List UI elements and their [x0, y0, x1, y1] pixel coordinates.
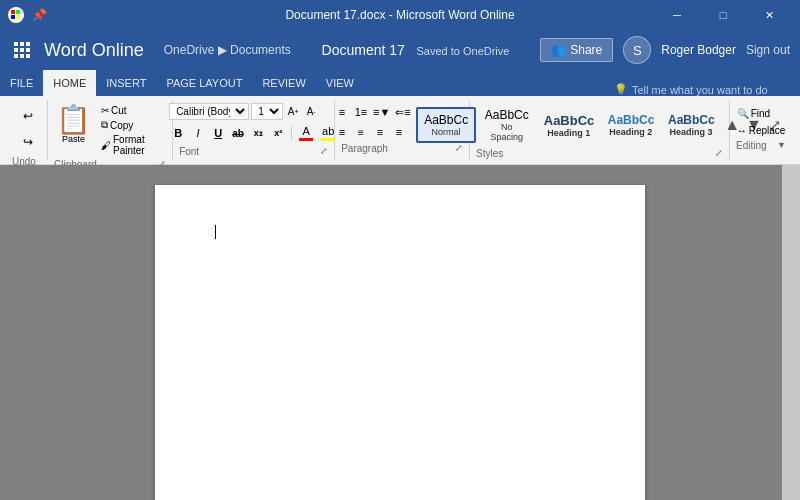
- window-title: Document 17.docx - Microsoft Word Online: [285, 8, 514, 22]
- undo-button[interactable]: ↩: [16, 104, 40, 128]
- text-cursor: [215, 225, 216, 239]
- grow-font-button[interactable]: A+: [285, 104, 301, 120]
- copy-icon: ⧉: [101, 119, 108, 131]
- format-painter-button[interactable]: 🖌 Format Painter: [99, 133, 166, 157]
- windows-icon: [8, 7, 24, 23]
- styles-swatches: AaBbCc Normal AaBbCc No Spacing AaBbCc H…: [416, 100, 783, 146]
- breadcrumb-separator: ▶: [214, 43, 230, 57]
- lightbulb-icon: 💡: [614, 83, 628, 96]
- app-icon-pin: 📌: [32, 8, 47, 22]
- multilevel-list-button[interactable]: ≡▼: [371, 103, 392, 121]
- waffle-icon[interactable]: [10, 38, 34, 62]
- document-scroll-area[interactable]: [0, 165, 800, 500]
- styles-expand-btn[interactable]: ⤢: [715, 148, 723, 158]
- right-margin-bar: 1: [782, 165, 800, 500]
- copy-label: Copy: [110, 120, 133, 131]
- breadcrumb-folder[interactable]: Documents: [230, 43, 291, 57]
- style-normal[interactable]: AaBbCc Normal: [416, 107, 476, 143]
- tell-me: 💡: [614, 83, 792, 96]
- style-normal-label: Normal: [424, 127, 468, 137]
- tell-me-input[interactable]: [632, 84, 792, 96]
- doc-title: Document 17: [322, 42, 405, 58]
- app-header: Word Online OneDrive ▶ Documents Documen…: [0, 30, 800, 70]
- style-normal-preview: AaBbCc: [424, 113, 468, 127]
- share-button[interactable]: 👥 Share: [540, 38, 613, 62]
- align-center-button[interactable]: ≡: [352, 123, 370, 141]
- cut-button[interactable]: ✂ Cut: [99, 104, 166, 117]
- svg-rect-3: [16, 15, 20, 19]
- bullets-button[interactable]: ≡: [333, 103, 351, 121]
- underline-button[interactable]: U: [209, 124, 227, 142]
- find-button[interactable]: 🔍 Find: [733, 106, 790, 121]
- replace-button[interactable]: ↔ Replace: [733, 123, 790, 138]
- paste-button[interactable]: 📋 Paste: [54, 104, 93, 146]
- style-no-spacing-preview: AaBbCc: [484, 108, 530, 122]
- styles-group: AaBbCc Normal AaBbCc No Spacing AaBbCc H…: [470, 100, 730, 160]
- redo-button[interactable]: ↪: [16, 130, 40, 154]
- window-controls: ─ □ ✕: [654, 0, 792, 30]
- style-heading3[interactable]: AaBbCc Heading 3: [662, 109, 720, 141]
- separator: [291, 126, 292, 140]
- font-group: Calibri (Body) 11 A+ A- B I U ab x₂: [173, 100, 335, 160]
- document-name: Document 17 Saved to OneDrive: [301, 42, 530, 58]
- minimize-button[interactable]: ─: [654, 0, 700, 30]
- save-status: Saved to OneDrive: [417, 45, 510, 57]
- font-name-row: Calibri (Body) 11 A+ A-: [169, 103, 338, 120]
- italic-button[interactable]: I: [189, 124, 207, 142]
- style-no-spacing-label: No Spacing: [484, 122, 530, 142]
- replace-label: Replace: [749, 125, 786, 136]
- subscript-button[interactable]: x₂: [249, 124, 267, 142]
- svg-rect-0: [11, 10, 15, 14]
- decrease-indent-button[interactable]: ⇐≡: [393, 103, 412, 121]
- tab-file[interactable]: FILE: [0, 70, 43, 96]
- justify-button[interactable]: ≡: [390, 123, 408, 141]
- replace-icon: ↔: [737, 125, 747, 136]
- editing-buttons: 🔍 Find ↔ Replace: [733, 100, 790, 138]
- font-group-label: Font: [179, 146, 199, 157]
- breadcrumb-root[interactable]: OneDrive: [164, 43, 215, 57]
- editing-group: 🔍 Find ↔ Replace Editing ▼: [730, 100, 792, 160]
- main-content: FILE HOME INSERT PAGE LAYOUT REVIEW VIEW…: [0, 70, 800, 500]
- shrink-font-button[interactable]: A-: [303, 104, 319, 120]
- font-expand[interactable]: ⤢: [320, 146, 328, 156]
- copy-button[interactable]: ⧉ Copy: [99, 118, 166, 132]
- paste-label: Paste: [62, 134, 85, 144]
- title-bar: 📌 Document 17.docx - Microsoft Word Onli…: [0, 0, 800, 30]
- align-left-button[interactable]: ≡: [333, 123, 351, 141]
- tab-home[interactable]: HOME: [43, 70, 96, 96]
- tab-review[interactable]: REVIEW: [252, 70, 315, 96]
- tab-view[interactable]: VIEW: [316, 70, 364, 96]
- bold-button[interactable]: B: [169, 124, 187, 142]
- numbering-button[interactable]: 1≡: [352, 103, 370, 121]
- strikethrough-button[interactable]: ab: [229, 124, 247, 142]
- font-name-select[interactable]: Calibri (Body): [169, 103, 249, 120]
- ribbon: FILE HOME INSERT PAGE LAYOUT REVIEW VIEW…: [0, 70, 800, 165]
- style-heading3-preview: AaBbCc: [668, 113, 714, 127]
- find-label: Find: [751, 108, 770, 119]
- close-button[interactable]: ✕: [746, 0, 792, 30]
- tab-page-layout[interactable]: PAGE LAYOUT: [156, 70, 252, 96]
- sign-out-button[interactable]: Sign out: [746, 43, 790, 57]
- superscript-button[interactable]: x²: [269, 124, 287, 142]
- ribbon-content: ↩ ↪ Undo 📋 Paste ✂ Cut ⧉ Copy 🖌 Format P…: [0, 96, 800, 164]
- maximize-button[interactable]: □: [700, 0, 746, 30]
- align-right-button[interactable]: ≡: [371, 123, 389, 141]
- cut-label: Cut: [111, 105, 127, 116]
- text-color-button[interactable]: A: [296, 124, 316, 142]
- document-page[interactable]: [155, 185, 645, 500]
- style-no-spacing[interactable]: AaBbCc No Spacing: [478, 104, 536, 146]
- undo-group: ↩ ↪ Undo: [8, 100, 48, 160]
- style-heading1[interactable]: AaBbCc Heading 1: [538, 109, 600, 142]
- find-icon: 🔍: [737, 108, 749, 119]
- style-heading1-label: Heading 1: [544, 128, 594, 138]
- skype-button[interactable]: S: [623, 36, 651, 64]
- app-name[interactable]: Word Online: [44, 40, 144, 61]
- header-right: 👥 Share S Roger Bodger Sign out: [540, 36, 790, 64]
- share-label: Share: [570, 43, 602, 57]
- font-size-select[interactable]: 11: [251, 103, 283, 120]
- style-heading2[interactable]: AaBbCc Heading 2: [602, 109, 660, 141]
- clipboard-group: 📋 Paste ✂ Cut ⧉ Copy 🖌 Format Painter Cl…: [48, 100, 173, 160]
- tab-insert[interactable]: INSERT: [96, 70, 156, 96]
- user-name[interactable]: Roger Bodger: [661, 43, 736, 57]
- editing-expand[interactable]: ▼: [777, 140, 786, 150]
